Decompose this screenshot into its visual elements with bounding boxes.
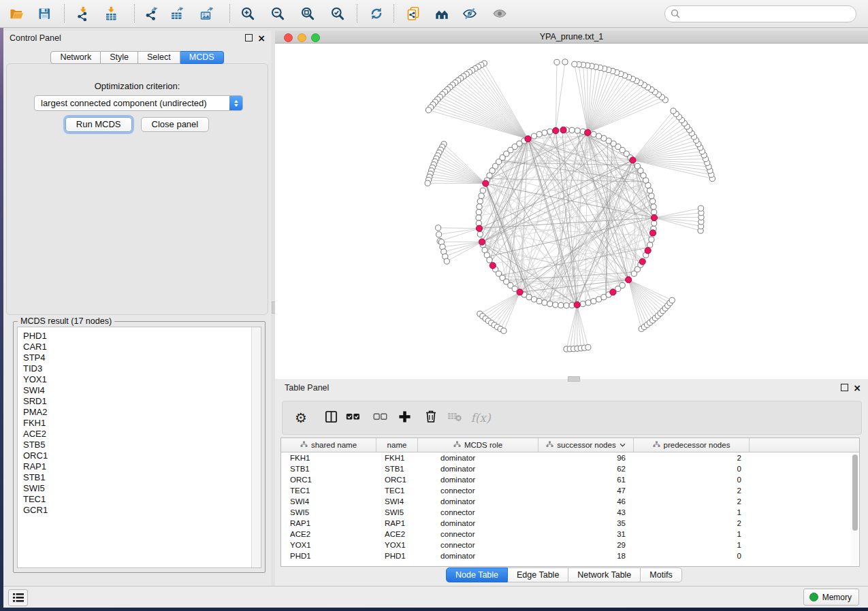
add-button[interactable]: [394, 408, 415, 427]
import-network-button[interactable]: [70, 1, 96, 25]
graph-leaf-node[interactable]: [436, 225, 441, 231]
table-cell[interactable]: TEC1: [281, 485, 376, 496]
graph-node[interactable]: [536, 131, 542, 137]
close-panel-button[interactable]: Close panel: [141, 117, 210, 132]
graph-node[interactable]: [531, 297, 536, 302]
table-cell[interactable]: dominator: [418, 474, 539, 485]
graph-mcds-node[interactable]: [649, 230, 656, 236]
mcds-list-scrollbar[interactable]: [251, 327, 261, 567]
graph-node[interactable]: [585, 300, 591, 306]
table-row[interactable]: YOX1YOX1connector291: [281, 540, 859, 550]
graph-node[interactable]: [476, 210, 481, 215]
mcds-result-item[interactable]: SRD1: [23, 396, 48, 407]
tab-motifs[interactable]: Motifs: [641, 567, 681, 582]
mcds-result-item[interactable]: PHD1: [23, 331, 48, 342]
table-cell[interactable]: 61: [539, 474, 634, 485]
table-cell[interactable]: connector: [418, 529, 539, 540]
select-all-button[interactable]: [342, 408, 363, 427]
graph-node[interactable]: [564, 303, 569, 308]
graph-node[interactable]: [542, 130, 547, 135]
graph-node[interactable]: [542, 300, 547, 306]
graph-leaf-node[interactable]: [425, 108, 431, 113]
table-cell[interactable]: FKH1: [281, 452, 376, 463]
open-file-button[interactable]: [3, 1, 29, 25]
show-graphics-details-button[interactable]: [487, 1, 513, 25]
table-cell[interactable]: STB1: [281, 463, 376, 474]
mcds-result-item[interactable]: GCR1: [23, 505, 48, 516]
graph-leaf-node[interactable]: [501, 328, 507, 333]
graph-node[interactable]: [569, 127, 575, 133]
table-cell[interactable]: 47: [539, 485, 634, 496]
zoom-in-button[interactable]: [235, 1, 261, 25]
mcds-result-list[interactable]: PHD1CAR1STP4TID3YOX1SWI4SRD1PMA2FKH1ACE2…: [17, 327, 261, 568]
graph-leaf-node[interactable]: [698, 205, 703, 211]
mcds-result-item[interactable]: STB5: [23, 440, 48, 450]
memory-button[interactable]: Memory: [803, 589, 859, 606]
mcds-result-item[interactable]: PMA2: [23, 407, 48, 418]
table-cell[interactable]: SWI5: [376, 507, 418, 518]
graph-node[interactable]: [651, 204, 656, 210]
table-row[interactable]: STB1STB1dominator620: [281, 463, 859, 474]
graph-leaf-node[interactable]: [671, 108, 676, 114]
column-header-shared-name[interactable]: shared name: [281, 438, 376, 452]
table-cell[interactable]: 2: [634, 452, 750, 463]
graph-leaf-node[interactable]: [554, 59, 560, 65]
table-cell[interactable]: connector: [418, 540, 539, 550]
tab-network[interactable]: Network: [50, 51, 101, 64]
mcds-result-item[interactable]: YOX1: [23, 374, 48, 385]
mcds-result-item[interactable]: RAP1: [23, 461, 48, 472]
table-cell[interactable]: 2: [634, 518, 750, 529]
first-neighbors-button[interactable]: [429, 1, 455, 25]
tab-style[interactable]: Style: [101, 51, 138, 64]
mcds-result-item[interactable]: TEC1: [23, 494, 48, 505]
graph-node[interactable]: [596, 133, 601, 139]
apply-layout-button[interactable]: [364, 1, 389, 25]
delete-button[interactable]: [421, 408, 441, 427]
float-panel-icon[interactable]: [245, 34, 253, 42]
mcds-result-item[interactable]: FKH1: [23, 418, 48, 429]
table-cell[interactable]: FKH1: [376, 452, 418, 463]
table-cell[interactable]: 1: [634, 507, 750, 518]
table-cell[interactable]: YOX1: [376, 540, 418, 550]
save-session-button[interactable]: [31, 1, 57, 25]
table-cell[interactable]: RAP1: [376, 518, 418, 529]
table-cell[interactable]: ACE2: [281, 529, 376, 540]
table-row[interactable]: FKH1FKH1dominator962: [281, 452, 859, 463]
graph-node[interactable]: [650, 199, 656, 204]
graph-mcds-node[interactable]: [630, 157, 636, 163]
graph-mcds-node[interactable]: [645, 248, 651, 254]
table-cell[interactable]: SWI4: [376, 496, 418, 507]
graph-mcds-node[interactable]: [476, 225, 482, 231]
table-cell[interactable]: dominator: [418, 550, 539, 561]
table-cell[interactable]: SWI4: [281, 496, 376, 507]
mcds-result-item[interactable]: SWI5: [23, 483, 48, 494]
table-cell[interactable]: 0: [634, 550, 750, 561]
tab-edge-table[interactable]: Edge Table: [508, 567, 568, 582]
graph-mcds-node[interactable]: [517, 289, 523, 295]
graph-node[interactable]: [591, 299, 596, 304]
graph-node[interactable]: [553, 302, 558, 308]
graph-node[interactable]: [647, 242, 653, 248]
graph-node[interactable]: [652, 220, 657, 226]
graph-mcds-node[interactable]: [479, 239, 485, 245]
graph-leaf-node[interactable]: [444, 259, 449, 264]
table-scrollbar-thumb[interactable]: [852, 455, 858, 531]
export-network-button[interactable]: [138, 1, 164, 25]
zoom-out-button[interactable]: [265, 1, 291, 25]
table-cell[interactable]: 1: [634, 529, 750, 540]
hide-graphics-details-button[interactable]: [457, 1, 483, 25]
graph-mcds-node[interactable]: [626, 277, 632, 283]
clone-network-button[interactable]: [400, 1, 426, 25]
column-header-name[interactable]: name: [376, 438, 418, 452]
graph-node[interactable]: [477, 204, 482, 210]
graph-leaf-node[interactable]: [669, 297, 675, 303]
graph-node[interactable]: [547, 129, 553, 134]
graph-mcds-node[interactable]: [560, 127, 566, 133]
graph-node[interactable]: [580, 301, 585, 307]
import-table-button[interactable]: [98, 1, 124, 25]
table-row[interactable]: RAP1RAP1dominator352: [281, 518, 859, 529]
table-cell[interactable]: connector: [418, 507, 539, 518]
table-cell[interactable]: 62: [539, 463, 634, 474]
table-cell[interactable]: dominator: [418, 463, 539, 474]
close-table-panel-icon[interactable]: ×: [853, 384, 861, 391]
